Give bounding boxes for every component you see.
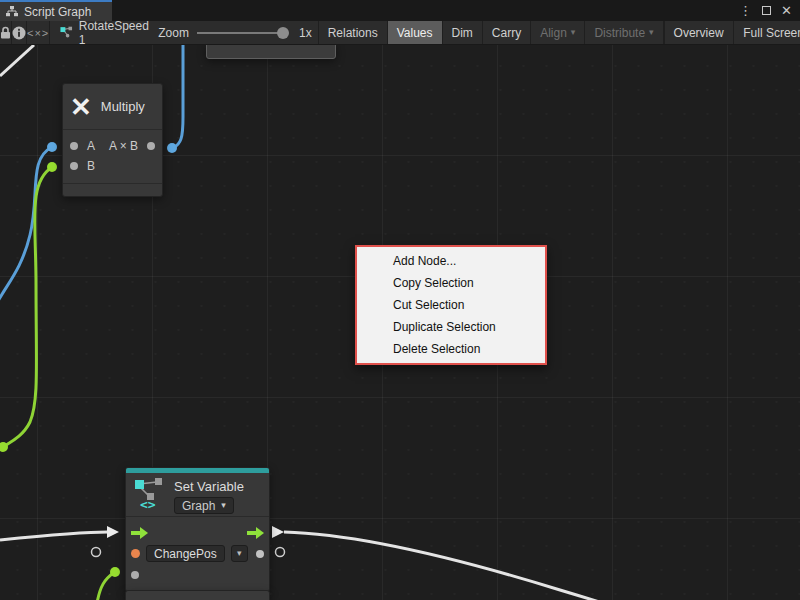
partial-node-top[interactable] [206, 45, 336, 59]
port-b-input[interactable] [70, 162, 78, 170]
tab-title: Script Graph [24, 5, 91, 19]
menu-item-delete-selection[interactable]: Delete Selection [357, 338, 545, 360]
multiply-node-title: Multiply [101, 99, 145, 114]
multiply-row-a: A A × B [63, 136, 162, 156]
port-a-label: A [87, 139, 95, 153]
edit-script-button[interactable]: <×> [27, 21, 50, 44]
variable-name-port[interactable] [131, 549, 140, 558]
variable-row: ChangePos ▾ [126, 543, 269, 564]
values-button[interactable]: Values [388, 21, 443, 44]
dim-button[interactable]: Dim [443, 21, 483, 44]
chevron-down-icon: ▾ [649, 28, 654, 37]
more-menu-icon[interactable]: ⋮ [739, 4, 752, 17]
wire-green-b-endpoint [47, 162, 57, 172]
relations-button[interactable]: Relations [318, 21, 388, 44]
values-label: Values [397, 26, 433, 40]
chevron-down-icon: ▾ [221, 501, 226, 510]
graph-toolbar: <×> RotateSpeed 1 Zoom 1x Relations Valu… [0, 21, 800, 45]
zoom-slider-handle[interactable] [277, 27, 289, 39]
svg-text:<>: <> [140, 497, 156, 511]
variable-scope-dropdown[interactable]: Graph ▾ [174, 497, 234, 514]
set-variable-icon: <> [130, 477, 166, 511]
breadcrumb-label: RotateSpeed 1 [79, 19, 151, 47]
align-label: Align [540, 26, 567, 40]
variable-output-port[interactable] [256, 550, 264, 558]
relations-label: Relations [328, 26, 378, 40]
set-variable-title-block: Set Variable Graph ▾ [174, 477, 244, 514]
variable-picker-button[interactable]: ▾ [231, 545, 248, 562]
lock-icon [0, 26, 11, 39]
multiply-node[interactable]: ✕ Multiply A A × B B [62, 83, 163, 197]
window-controls: ⋮ ✕ [739, 0, 800, 21]
carry-label: Carry [492, 26, 521, 40]
chevron-down-icon: ▾ [237, 549, 242, 558]
variable-name-value: ChangePos [154, 547, 217, 561]
chevron-down-icon: ▾ [571, 28, 576, 37]
flow-output-arrow-icon[interactable] [247, 527, 264, 539]
flow-row [126, 522, 269, 543]
multiply-row-b: B [63, 156, 162, 176]
wire-blue-top [173, 45, 183, 148]
distribute-label: Distribute [594, 26, 645, 40]
info-icon [12, 26, 26, 40]
empty-port-ring-left[interactable] [92, 548, 101, 557]
empty-port-ring-right[interactable] [276, 548, 285, 557]
wire-green-bottom-endpoint [110, 567, 120, 577]
wire-blue-a [0, 147, 52, 301]
close-icon[interactable]: ✕ [781, 4, 792, 17]
value-row [126, 564, 269, 585]
maximize-icon[interactable] [762, 6, 771, 15]
wire-white-in [0, 532, 108, 540]
menu-item-add-node[interactable]: Add Node... [357, 250, 545, 272]
variable-name-field[interactable]: ChangePos [146, 545, 225, 562]
info-button[interactable] [12, 21, 27, 44]
overview-button[interactable]: Overview [665, 21, 734, 44]
multiply-icon: ✕ [70, 94, 92, 120]
port-result-output[interactable] [147, 142, 155, 150]
menu-item-duplicate-selection[interactable]: Duplicate Selection [357, 316, 545, 338]
wire-blue-a-endpoint [47, 142, 57, 152]
code-icon: <×> [27, 27, 49, 39]
value-input-port[interactable] [131, 571, 139, 579]
port-result-label: A × B [109, 139, 138, 153]
port-a-input[interactable] [70, 142, 78, 150]
set-variable-node[interactable]: <> Set Variable Graph ▾ [125, 467, 270, 592]
lock-button[interactable] [0, 21, 12, 44]
wire-green-b [3, 167, 52, 447]
menu-item-cut-selection[interactable]: Cut Selection [357, 294, 545, 316]
set-variable-title: Set Variable [174, 479, 244, 494]
port-b-label: B [87, 159, 95, 173]
graph-node-icon [60, 26, 73, 39]
flow-input-arrow-icon[interactable] [131, 527, 148, 539]
zoom-control: Zoom 1x [150, 21, 317, 44]
flow-arrowhead-out [272, 526, 284, 538]
multiply-node-body: A A × B B [63, 130, 162, 183]
carry-button[interactable]: Carry [483, 21, 531, 44]
zoom-value: 1x [299, 26, 312, 40]
graph-canvas[interactable]: ✕ Multiply A A × B B Add Node [0, 45, 800, 600]
multiply-node-footer [63, 184, 162, 196]
align-button[interactable]: Align ▾ [531, 21, 585, 44]
partial-node-bottom[interactable] [125, 590, 270, 600]
graph-hierarchy-icon [6, 6, 18, 17]
set-variable-body: ChangePos ▾ [126, 517, 269, 591]
zoom-label: Zoom [158, 26, 189, 40]
breadcrumb[interactable]: RotateSpeed 1 [50, 21, 150, 44]
wire-white-topleft [0, 45, 34, 76]
flow-arrowhead-in [107, 526, 119, 538]
menu-item-copy-selection[interactable]: Copy Selection [357, 272, 545, 294]
context-menu: Add Node... Copy Selection Cut Selection… [355, 245, 547, 365]
wire-white-out [284, 532, 720, 600]
multiply-node-header: ✕ Multiply [63, 84, 162, 129]
full-screen-button[interactable]: Full Screen [734, 21, 800, 44]
distribute-button[interactable]: Distribute ▾ [585, 21, 663, 44]
set-variable-header: <> Set Variable Graph ▾ [126, 473, 269, 516]
overview-label: Overview [674, 26, 724, 40]
variable-scope-label: Graph [182, 499, 215, 513]
wire-blue-endpoint [167, 143, 177, 153]
zoom-slider[interactable] [197, 32, 283, 34]
script-graph-window: Script Graph ⋮ ✕ <×> [0, 0, 800, 600]
full-screen-label: Full Screen [743, 26, 800, 40]
dim-label: Dim [452, 26, 473, 40]
